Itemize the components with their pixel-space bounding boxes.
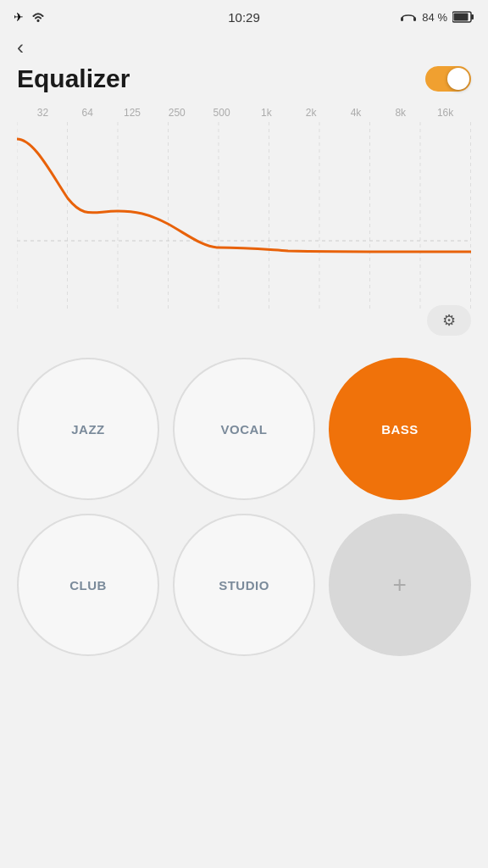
toggle-thumb (447, 68, 469, 90)
svg-rect-5 (454, 14, 469, 21)
toggle-track (425, 66, 471, 92)
svg-rect-2 (413, 17, 416, 21)
battery-icon (452, 11, 474, 23)
eq-curve (17, 139, 471, 252)
freq-32: 32 (20, 107, 65, 119)
freq-1k: 1k (244, 107, 289, 119)
freq-500: 500 (199, 107, 244, 119)
svg-rect-4 (471, 14, 474, 19)
airplane-icon (14, 9, 24, 25)
preset-jazz[interactable]: JAZZ (17, 358, 159, 500)
svg-rect-1 (401, 17, 403, 21)
freq-125: 125 (110, 107, 155, 119)
presets-grid: JAZZ VOCAL BASS CLUB STUDIO + (17, 358, 471, 656)
status-left (14, 9, 46, 25)
back-button[interactable]: ‹ (17, 37, 24, 58)
preset-add-button[interactable]: + (329, 514, 471, 656)
eq-chart (17, 122, 471, 309)
settings-button[interactable]: ⚙ (427, 305, 471, 336)
headphone-icon (400, 11, 417, 23)
freq-16k: 16k (423, 107, 468, 119)
battery-percent: 84 % (422, 11, 447, 24)
page-title: Equalizer (17, 64, 130, 93)
freq-4k: 4k (334, 107, 379, 119)
preset-bass[interactable]: BASS (329, 358, 471, 500)
freq-8k: 8k (378, 107, 423, 119)
gear-icon: ⚙ (442, 311, 456, 330)
presets-section: JAZZ VOCAL BASS CLUB STUDIO + (0, 344, 488, 673)
preset-studio[interactable]: STUDIO (173, 514, 315, 656)
title-row: Equalizer (0, 61, 488, 107)
header: ‹ (0, 31, 488, 61)
preset-club[interactable]: CLUB (17, 514, 159, 656)
status-time: 10:29 (228, 10, 260, 25)
preset-vocal[interactable]: VOCAL (173, 358, 315, 500)
eq-toggle[interactable] (425, 66, 471, 92)
status-right: 84 % (400, 11, 474, 24)
freq-64: 64 (65, 107, 110, 119)
wifi-icon (30, 11, 46, 23)
freq-250: 250 (154, 107, 199, 119)
chart-container: 32 64 125 250 500 1k 2k 4k 8k 16k (17, 107, 471, 344)
svg-point-0 (37, 19, 40, 22)
status-bar: 10:29 84 % (0, 0, 488, 31)
eq-curve-svg (17, 122, 471, 309)
freq-labels: 32 64 125 250 500 1k 2k 4k 8k 16k (17, 107, 471, 119)
freq-2k: 2k (289, 107, 334, 119)
